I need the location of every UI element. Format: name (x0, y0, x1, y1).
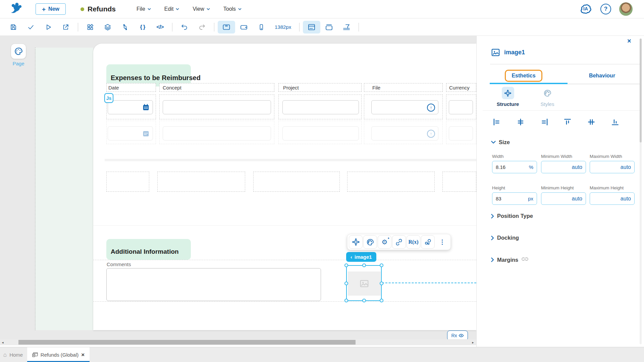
currency-input[interactable] (449, 100, 473, 114)
menu-edit[interactable]: Edit (164, 6, 179, 12)
empty-cell[interactable] (347, 172, 435, 192)
align-left-icon[interactable] (492, 117, 502, 127)
date-input[interactable] (108, 100, 153, 114)
scroll-left-arrow[interactable]: ◂ (0, 341, 5, 344)
empty-cell[interactable] (157, 172, 245, 192)
project-input[interactable] (282, 100, 359, 114)
scrollbar-thumb[interactable] (18, 340, 356, 345)
column-header-date[interactable]: Date (106, 83, 156, 92)
empty-cell[interactable] (253, 172, 340, 192)
resize-handle[interactable] (380, 263, 383, 267)
rules-icon[interactable]: R(x) (407, 235, 420, 249)
viewport-width-value[interactable]: 1382px (270, 24, 296, 30)
resize-handle[interactable] (380, 282, 383, 285)
tablet-viewport-icon[interactable] (235, 21, 253, 34)
page-canvas[interactable]: Expenses to be Reimbursed Date Concept P… (93, 44, 476, 330)
column-header-project[interactable]: Project (278, 83, 362, 92)
components-icon[interactable] (82, 21, 99, 34)
desktop-viewport-icon[interactable] (218, 21, 235, 34)
image-selection-box[interactable] (346, 265, 382, 301)
structure-move-icon[interactable] (349, 235, 363, 249)
subtab-structure[interactable]: Structure (488, 87, 528, 107)
redo-icon[interactable] (193, 21, 211, 34)
js-code-badge[interactable]: Js (104, 93, 113, 103)
resize-handle[interactable] (344, 282, 348, 285)
header-section-icon[interactable] (320, 21, 338, 34)
panel-scrollbar-thumb[interactable] (640, 39, 642, 142)
panel-close-icon[interactable]: × (627, 37, 631, 45)
flow-icon[interactable] (116, 21, 134, 34)
upload-icon[interactable]: ↑ (427, 104, 435, 112)
horizontal-scrollbar[interactable]: ◂ ▸ (0, 339, 476, 345)
link-icon[interactable] (392, 235, 406, 249)
image-placeholder[interactable] (348, 272, 381, 296)
resize-handle[interactable] (380, 299, 383, 302)
detail-view-icon[interactable] (303, 21, 320, 34)
section-title-block[interactable]: Additional Information (106, 239, 191, 260)
align-center-horizontal-icon[interactable] (516, 117, 526, 127)
column-header-currency[interactable]: Currency (446, 83, 476, 92)
layers-icon[interactable] (99, 21, 116, 34)
app-logo-icon[interactable] (9, 2, 23, 16)
height-input[interactable]: 83 px (492, 192, 537, 205)
menu-view[interactable]: View (193, 6, 210, 12)
resize-handle[interactable] (344, 263, 348, 267)
user-avatar[interactable] (619, 2, 633, 16)
tab-home[interactable]: ⌂ Home (0, 347, 26, 362)
column-header-file[interactable]: File (364, 83, 443, 92)
section-position-type[interactable]: Position Type (491, 213, 533, 219)
tab-behaviour[interactable]: Behaviour (564, 69, 640, 83)
comments-textarea[interactable] (106, 268, 321, 301)
tab-refunds-global[interactable]: Refunds (Global) × (27, 347, 90, 362)
align-right-icon[interactable] (539, 117, 549, 127)
max-width-input[interactable]: auto (590, 161, 635, 173)
scroll-right-arrow[interactable]: ▸ (470, 341, 476, 344)
max-height-input[interactable]: auto (590, 192, 635, 205)
filter-icon[interactable] (338, 21, 355, 34)
width-input[interactable]: 8.16 % (492, 161, 537, 173)
section-margins[interactable]: Margins (491, 256, 529, 263)
section-docking[interactable]: Docking (491, 235, 519, 241)
export-icon[interactable] (57, 21, 74, 34)
braces-icon[interactable]: { } (134, 21, 151, 34)
min-height-input[interactable]: auto (541, 192, 586, 205)
selected-element-tag[interactable]: ‹ image1 (346, 252, 376, 262)
align-middle-vertical-icon[interactable] (586, 117, 596, 127)
phone-viewport-icon[interactable] (253, 21, 270, 34)
date-input-ghost[interactable] (108, 126, 153, 140)
min-width-input[interactable]: auto (541, 161, 586, 173)
ia-assistant-icon[interactable]: IA (579, 3, 592, 15)
file-input[interactable]: ↑ (371, 100, 438, 114)
concept-input[interactable] (163, 100, 271, 114)
code-icon[interactable]: </> (151, 21, 169, 34)
file-input-ghost[interactable]: ↑ (371, 126, 438, 140)
resize-handle[interactable] (362, 299, 366, 302)
align-bottom-icon[interactable] (610, 117, 620, 127)
more-options-icon[interactable]: ⋮ (435, 235, 449, 249)
tab-close-icon[interactable]: × (81, 352, 85, 358)
gear-settings-icon[interactable]: ⚙ ✦ (378, 235, 391, 249)
menu-tools[interactable]: Tools (223, 6, 241, 12)
section-size-header[interactable]: Size (491, 139, 510, 145)
page-styles-button[interactable] (11, 44, 26, 59)
calendar-icon[interactable] (142, 104, 150, 111)
empty-cell[interactable] (106, 172, 149, 192)
save-icon[interactable] (5, 21, 22, 34)
palette-icon[interactable] (363, 235, 377, 249)
link-icon[interactable] (521, 256, 529, 263)
connections-icon[interactable] (421, 235, 435, 249)
resize-handle[interactable] (344, 299, 348, 302)
tab-esthetics[interactable]: Esthetics (483, 69, 564, 83)
new-button[interactable]: + New (36, 3, 66, 15)
check-icon[interactable] (22, 21, 40, 34)
help-icon[interactable]: ? (600, 4, 611, 14)
subtab-styles[interactable]: Styles (527, 87, 568, 107)
run-icon[interactable] (40, 21, 57, 34)
currency-input-ghost[interactable] (449, 126, 473, 140)
undo-icon[interactable] (176, 21, 193, 34)
concept-input-ghost[interactable] (163, 126, 271, 140)
project-input-ghost[interactable] (282, 126, 359, 140)
menu-file[interactable]: File (137, 6, 151, 12)
align-top-icon[interactable] (562, 117, 573, 127)
column-header-concept[interactable]: Concept (159, 83, 274, 92)
